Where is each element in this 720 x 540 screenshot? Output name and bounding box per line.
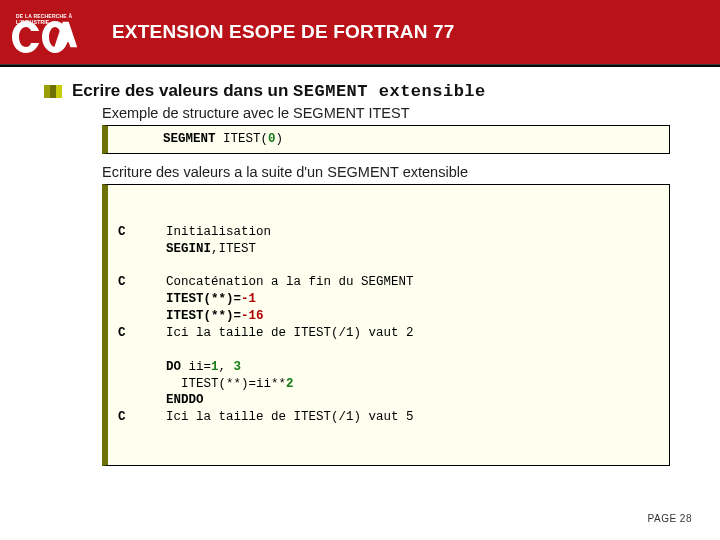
code1-zero: 0 — [268, 132, 276, 146]
code2-table: C Initialisation SEGINI,ITEST C Concatén… — [118, 224, 659, 427]
code2-l4n: -1 — [241, 292, 256, 306]
content-area: Ecrire des valeurs dans un SEGMENT exten… — [0, 67, 720, 466]
code1-rest2: ) — [276, 132, 284, 146]
code2-row-5: C Ici la taille de ITEST(/1) vaut 5 — [118, 409, 659, 426]
section-heading-row: Ecrire des valeurs dans un SEGMENT exten… — [44, 81, 690, 101]
code2-c2: C — [118, 274, 166, 325]
code2-row-2: C Concaténation a la fin du SEGMENT ITES… — [118, 274, 659, 325]
section-title-mono2: extensible — [368, 82, 486, 101]
code2-l7b: ii= — [181, 360, 211, 374]
code2-c3: C — [118, 325, 166, 359]
bullet-marker-icon — [44, 85, 62, 98]
subheading-1: Exemple de structure avec le SEGMENT ITE… — [102, 105, 690, 121]
code2-l1: Initialisation — [166, 225, 271, 239]
code2-l4a: ITEST(**)= — [166, 292, 241, 306]
code2-c1: C — [118, 224, 166, 275]
logo-tagline: DE LA RECHERCHE À L'INDUSTRIE — [16, 13, 88, 25]
cea-logo: DE LA RECHERCHE À L'INDUSTRIE — [10, 9, 88, 57]
header-band: DE LA RECHERCHE À L'INDUSTRIE EXTENSION … — [0, 0, 720, 64]
code2-l3: Concaténation a la fin du SEGMENT — [166, 275, 414, 289]
section-title: Ecrire des valeurs dans un SEGMENT exten… — [72, 81, 486, 101]
code2-l7a: DO — [166, 360, 181, 374]
section-title-mono1: SEGMENT — [293, 82, 368, 101]
code-block-1: SEGMENT ITEST(0) — [102, 125, 670, 154]
code2-l2b: ,ITEST — [211, 242, 256, 256]
code1-kw: SEGMENT — [163, 132, 216, 146]
section-title-prefix: Ecrire des valeurs dans un — [72, 81, 293, 100]
code1-pad — [118, 132, 163, 146]
code2-c5: C — [118, 409, 166, 426]
code2-l7c: , — [219, 360, 234, 374]
page-number: PAGE 28 — [648, 513, 692, 524]
code2-l5a: ITEST(**)= — [166, 309, 241, 323]
code-block-2: C Initialisation SEGINI,ITEST C Concatén… — [102, 184, 670, 466]
code2-l2a: SEGINI — [166, 242, 211, 256]
code1-rest1: ITEST( — [216, 132, 269, 146]
code2-l8n: 2 — [286, 377, 294, 391]
code2-l7n2: 3 — [234, 360, 242, 374]
slide-title: EXTENSION ESOPE DE FORTRAN 77 — [112, 21, 455, 43]
code2-row-3: C Ici la taille de ITEST(/1) vaut 2 — [118, 325, 659, 359]
code2-l9: ENDDO — [166, 393, 204, 407]
code2-l6: Ici la taille de ITEST(/1) vaut 2 — [166, 326, 414, 340]
code2-l10: Ici la taille de ITEST(/1) vaut 5 — [166, 410, 414, 424]
code2-l5n: -16 — [241, 309, 264, 323]
subheading-2: Ecriture des valeurs a la suite d'un SEG… — [102, 164, 690, 180]
code2-l7n1: 1 — [211, 360, 219, 374]
code2-row-1: C Initialisation SEGINI,ITEST — [118, 224, 659, 275]
code2-row-4: DO ii=1, 3 ITEST(**)=ii**2 ENDDO — [118, 359, 659, 410]
code2-l8a: ITEST(**)=ii** — [166, 377, 286, 391]
